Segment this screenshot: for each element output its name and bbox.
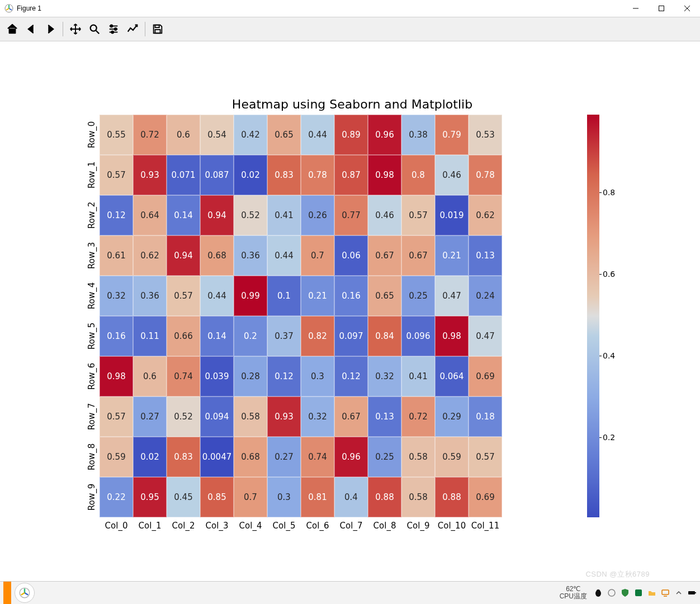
watermark: CSDN @立秋6789: [585, 569, 650, 579]
heatmap-cell: 0.46: [435, 155, 469, 195]
heatmap-cell: 0.93: [133, 155, 167, 195]
heatmap-cell: 0.44: [200, 276, 234, 316]
shield-icon[interactable]: [621, 588, 630, 597]
close-button[interactable]: [674, 0, 700, 17]
heatmap-cell: 0.6: [167, 115, 200, 155]
zoom-button[interactable]: [86, 20, 103, 38]
x-tick-label: Col_8: [368, 517, 401, 531]
titlebar[interactable]: Figure 1: [0, 0, 700, 17]
heatmap-cell: 0.66: [167, 316, 200, 356]
heatmap-cell: 0.25: [368, 437, 401, 477]
plot-toolbar: [0, 17, 700, 41]
heatmap-cell: 0.78: [469, 155, 502, 195]
svg-rect-14: [155, 30, 160, 33]
heatmap-cell: 0.087: [200, 155, 234, 195]
battery-icon[interactable]: [688, 588, 697, 597]
monitor-icon[interactable]: [661, 588, 670, 597]
heatmap-cell: 0.58: [401, 477, 435, 517]
heatmap-cell: 0.52: [234, 195, 267, 235]
y-tick-label: Row_7: [84, 397, 100, 437]
cpu-temp-widget[interactable]: 62℃ CPU温度: [560, 586, 587, 600]
pan-button[interactable]: [67, 20, 84, 38]
svg-point-11: [115, 28, 117, 30]
heatmap-cell: 0.02: [234, 155, 267, 195]
x-tick-label: Col_2: [167, 517, 200, 531]
heatmap-cell: 0.21: [435, 235, 469, 276]
security-icon[interactable]: [634, 588, 643, 597]
svg-point-10: [110, 25, 112, 27]
folder-icon[interactable]: [647, 588, 656, 597]
taskbar-app-icon[interactable]: [15, 583, 35, 603]
save-button[interactable]: [149, 20, 167, 38]
heatmap-cell: 0.32: [301, 397, 334, 437]
heatmap-cell: 0.3: [267, 477, 301, 517]
x-tick-label: Col_10: [435, 517, 469, 531]
heatmap-cell: 0.26: [301, 195, 334, 235]
maximize-button[interactable]: [649, 0, 674, 17]
heatmap-cell: 0.41: [267, 195, 301, 235]
heatmap-cell: 0.65: [267, 115, 301, 155]
heatmap-cell: 0.16: [334, 276, 368, 316]
edit-axis-button[interactable]: [124, 20, 141, 38]
heatmap-cell: 0.094: [200, 397, 234, 437]
heatmap-cell: 0.2: [234, 316, 267, 356]
toolbar-separator: [145, 22, 145, 36]
minimize-button[interactable]: [623, 0, 649, 17]
svg-rect-13: [155, 25, 159, 28]
svg-point-5: [91, 25, 97, 31]
svg-point-17: [597, 589, 600, 593]
app-icon: [4, 4, 13, 13]
y-tick-label: Row_0: [84, 115, 100, 155]
heatmap-cell: 0.68: [200, 235, 234, 276]
heatmap-cell: 0.65: [368, 276, 401, 316]
svg-rect-23: [695, 592, 696, 593]
heatmap-cell: 0.47: [469, 316, 502, 356]
plot-canvas[interactable]: Heatmap using Seaborn and Matplotlib Row…: [0, 41, 700, 604]
qq-icon[interactable]: [594, 588, 603, 597]
colorbar-tick-label: 0.2: [603, 433, 615, 442]
y-tick-label: Row_6: [84, 356, 100, 397]
colorbar-tick-label: 0.8: [603, 188, 615, 197]
heatmap-cell: 0.84: [368, 316, 401, 356]
svg-point-18: [608, 589, 615, 596]
x-tick-label: Col_3: [200, 517, 234, 531]
back-button[interactable]: [22, 20, 40, 38]
forward-button[interactable]: [41, 20, 59, 38]
os-taskbar[interactable]: 62℃ CPU温度: [0, 581, 700, 604]
heatmap-cell: 0.41: [401, 356, 435, 397]
y-tick-label: Row_1: [84, 155, 100, 195]
heatmap-cell: 0.98: [368, 155, 401, 195]
y-tick-label: Row_8: [84, 437, 100, 477]
heatmap-cell: 0.27: [133, 397, 167, 437]
svg-rect-2: [659, 6, 664, 11]
heatmap-cell: 0.79: [435, 115, 469, 155]
configure-subplots-button[interactable]: [105, 20, 122, 38]
window-title: Figure 1: [17, 4, 41, 12]
heatmap-cell: 0.64: [133, 195, 167, 235]
y-tick-label: Row_4: [84, 276, 100, 316]
heatmap-cell: 0.81: [301, 477, 334, 517]
heatmap-cell: 0.45: [167, 477, 200, 517]
heatmap-cell: 0.98: [100, 356, 133, 397]
svg-line-6: [96, 31, 100, 34]
heatmap-cell: 0.22: [100, 477, 133, 517]
heatmap-cell: 0.38: [401, 115, 435, 155]
y-axis-labels: Row_0Row_1Row_2Row_3Row_4Row_5Row_6Row_7…: [84, 115, 100, 517]
sync-icon[interactable]: [607, 588, 616, 597]
x-tick-label: Col_4: [234, 517, 267, 531]
heatmap-cell: 0.13: [469, 235, 502, 276]
heatmap-cell: 0.064: [435, 356, 469, 397]
colorbar-tick-label: 0.6: [603, 270, 615, 279]
svg-point-12: [111, 31, 113, 33]
chevron-up-icon[interactable]: [674, 588, 683, 597]
home-button[interactable]: [3, 20, 21, 38]
system-tray[interactable]: [594, 588, 697, 597]
taskbar-accent: [3, 582, 11, 604]
x-tick-label: Col_9: [401, 517, 435, 531]
heatmap-cell: 0.18: [469, 397, 502, 437]
heatmap-cell: 0.27: [267, 437, 301, 477]
heatmap-cell: 0.74: [167, 356, 200, 397]
heatmap-cell: 0.7: [234, 477, 267, 517]
heatmap-cell: 0.88: [435, 477, 469, 517]
colorbar-gradient: [587, 115, 599, 517]
